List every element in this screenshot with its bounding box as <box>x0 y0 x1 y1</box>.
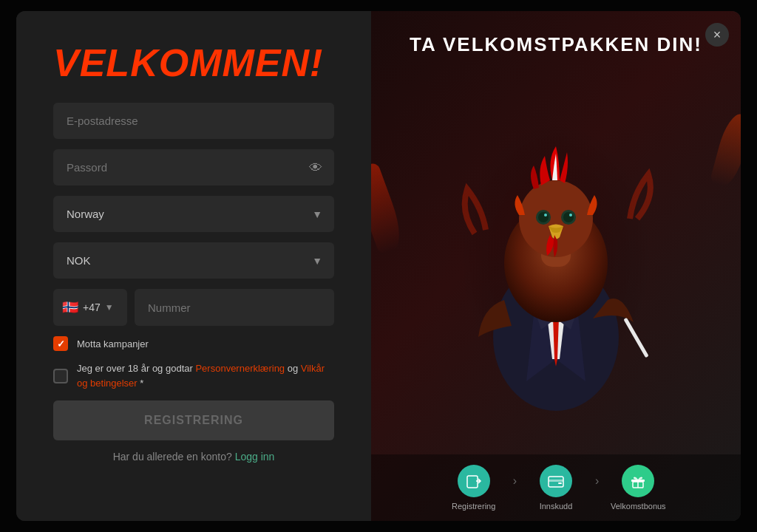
phone-country-selector[interactable]: 🇳🇴 +47 ▼ <box>53 289 127 326</box>
step-arrow-2: › <box>595 474 599 501</box>
campaign-label: Motta kampanjer <box>77 338 149 349</box>
rooster-illustration <box>371 56 741 454</box>
svg-point-9 <box>544 214 547 216</box>
phone-code: +47 <box>83 301 101 313</box>
campaign-checkbox[interactable] <box>53 336 68 351</box>
step-2-label: Innskudd <box>540 502 573 511</box>
deposit-icon <box>548 473 564 489</box>
svg-point-10 <box>569 214 572 216</box>
terms-checkbox-row: Jeg er over 18 år og godtar Personverner… <box>53 361 334 390</box>
step-deposit: Innskudd <box>523 465 589 511</box>
phone-chevron-icon: ▼ <box>105 302 114 313</box>
step-1-icon <box>458 465 490 497</box>
email-wrapper <box>53 103 334 139</box>
svg-point-6 <box>538 212 549 222</box>
privacy-link[interactable]: Personvernerklæring <box>195 363 285 374</box>
page-title: VELKOMMEN! <box>53 41 334 85</box>
login-icon <box>466 473 482 489</box>
steps-bar: Registrering › Innskudd › <box>371 454 741 521</box>
right-header: TA VELKOMSTPAKKEN DIN! <box>395 11 717 56</box>
country-select[interactable]: Norway <box>53 196 334 232</box>
login-link[interactable]: Logg inn <box>235 451 275 463</box>
terms-checkbox[interactable] <box>53 369 68 383</box>
gift-icon <box>630 473 646 489</box>
country-wrapper: Norway ▼ <box>53 196 334 232</box>
login-prompt: Har du allerede en konto? Logg inn <box>53 451 334 463</box>
currency-select[interactable]: NOK <box>53 242 334 279</box>
svg-rect-12 <box>467 476 478 488</box>
terms-text: Jeg er over 18 år og godtar Personverner… <box>77 361 334 390</box>
norway-flag-icon: 🇳🇴 <box>62 299 78 316</box>
right-panel: TA VELKOMSTPAKKEN DIN! <box>371 11 741 521</box>
phone-row: 🇳🇴 +47 ▼ <box>53 289 334 326</box>
step-3-label: Velkomstbonus <box>611 502 666 511</box>
step-registration: Registrering <box>441 465 507 511</box>
step-3-icon <box>622 465 654 497</box>
step-2-icon <box>540 465 572 497</box>
svg-rect-14 <box>549 480 563 482</box>
register-button[interactable]: REGISTRERING <box>53 400 334 440</box>
step-bonus: Velkomstbonus <box>605 465 671 511</box>
welcome-pack-title: TA VELKOMSTPAKKEN DIN! <box>410 33 702 56</box>
show-password-icon[interactable]: 👁 <box>309 160 322 175</box>
close-button[interactable]: × <box>705 23 729 47</box>
password-wrapper: 👁 <box>53 149 334 185</box>
svg-rect-15 <box>558 482 562 484</box>
password-input[interactable] <box>53 149 334 185</box>
modal-overlay: × VELKOMMEN! 👁 Norway ▼ <box>0 0 757 532</box>
currency-wrapper: NOK ▼ <box>53 242 334 279</box>
rooster-svg <box>438 100 674 411</box>
step-arrow-1: › <box>513 474 517 501</box>
svg-point-8 <box>563 212 574 222</box>
campaign-checkbox-row: Motta kampanjer <box>53 336 334 351</box>
email-input[interactable] <box>53 103 334 139</box>
step-1-label: Registrering <box>452 502 495 511</box>
left-panel: VELKOMMEN! 👁 Norway ▼ NOK <box>16 11 371 521</box>
phone-number-input[interactable] <box>135 289 334 326</box>
modal: × VELKOMMEN! 👁 Norway ▼ <box>16 11 741 521</box>
